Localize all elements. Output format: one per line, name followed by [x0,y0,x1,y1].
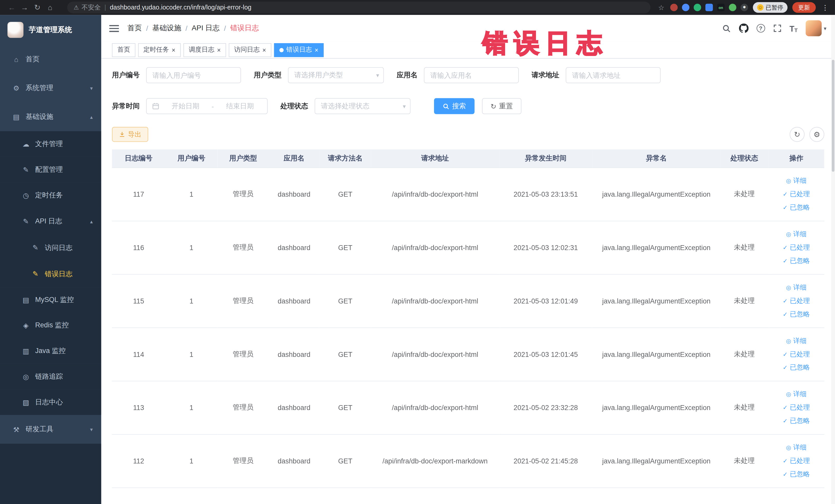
bookmark-star-icon[interactable]: ☆ [658,4,664,12]
hamburger-icon[interactable] [109,25,119,32]
process-status-select[interactable]: 请选择处理状态 ▾ [315,98,411,114]
breadcrumb-item[interactable]: 首页 [127,23,142,33]
action-ignored[interactable]: ✓已忽略 [768,414,824,427]
sidebar-item-home[interactable]: ⌂ 首页 [0,45,101,74]
sidebar-item-log-center[interactable]: ▧ 日志中心 [0,389,101,415]
exception-time-range-picker[interactable]: 开始日期 - 结束日期 [146,98,268,114]
sidebar-item-trace[interactable]: ◎ 链路追踪 [0,364,101,389]
action-processed[interactable]: ✓已处理 [768,241,824,254]
extension-paw-icon[interactable]: ✱ [740,4,748,11]
action-detail[interactable]: ◎详细 [768,441,824,454]
sidebar-item-error-log[interactable]: ✎ 错误日志 [0,261,101,287]
sidebar-item-label: Redis 监控 [35,320,69,330]
browser-back-icon[interactable]: ← [5,3,18,12]
tab-访问日志[interactable]: 访问日志× [229,43,271,57]
action-processed[interactable]: ✓已处理 [768,454,824,467]
column-header: 用户编号 [165,149,218,168]
action-detail[interactable]: ◎详细 [768,281,824,294]
tab-错误日志[interactable]: 错误日志× [274,43,324,57]
close-icon[interactable]: × [315,47,319,53]
sidebar-item-config-management[interactable]: ✎ 配置管理 [0,157,101,183]
sidebar-item-system-management[interactable]: ⚙ 系统管理 ▾ [0,74,101,102]
sidebar-item-api-logs[interactable]: ✎ API 日志 ▴ [0,208,101,235]
font-size-icon[interactable]: TT [790,24,798,33]
refresh-table-button[interactable]: ↻ [790,127,805,142]
browser-home-icon[interactable]: ⌂ [44,3,57,12]
tab-首页[interactable]: 首页 [112,43,135,57]
document-icon: ✎ [21,217,30,225]
reset-button[interactable]: ↻ 重置 [482,98,522,114]
user-avatar[interactable]: ▾ [806,20,827,36]
breadcrumb-separator: / [185,24,187,32]
calendar-icon [152,102,159,110]
paused-badge[interactable]: ☺ 已暂停 [753,2,788,13]
user-type-select[interactable]: 请选择用户类型 ▾ [288,67,384,83]
export-button[interactable]: 导出 [112,127,148,142]
action-detail[interactable]: ◎详细 [768,334,824,347]
request-url-input[interactable] [566,67,661,83]
sidebar-item-dev-tools[interactable]: ⚒ 研发工具 ▾ [0,415,101,444]
sidebar-item-java-monitor[interactable]: ▥ Java 监控 [0,338,101,364]
column-header: 处理状态 [720,149,768,168]
tab-调度日志[interactable]: 调度日志× [184,43,226,57]
browser-menu-icon[interactable]: ⋮ [821,4,830,12]
help-icon[interactable]: ? [756,24,765,32]
sidebar-item-scheduled-tasks[interactable]: ◷ 定时任务 [0,182,101,208]
search-button[interactable]: 搜索 [434,98,475,114]
scrollbar-thumb[interactable] [832,60,834,172]
search-button-label: 搜索 [452,101,466,111]
action-processed[interactable]: ✓已处理 [768,401,824,414]
sidebar-item-file-management[interactable]: ☁ 文件管理 [0,131,101,157]
sidebar-item-label: 访问日志 [45,243,73,253]
sidebar-item-redis-monitor[interactable]: ◈ Redis 监控 [0,313,101,338]
breadcrumb-item[interactable]: 基础设施 [152,23,181,33]
extension-blue-grid-icon[interactable] [705,4,713,11]
github-icon[interactable] [739,23,748,33]
search-icon[interactable] [722,24,731,33]
action-processed[interactable]: ✓已处理 [768,347,824,361]
extension-blue-drop-icon[interactable] [682,4,690,11]
action-detail[interactable]: ◎详细 [768,174,824,187]
extension-green-leaf-icon[interactable] [729,4,736,11]
action-ignored[interactable]: ✓已忽略 [768,201,824,214]
action-detail[interactable]: ◎详细 [768,387,824,401]
browser-forward-icon[interactable]: → [18,3,31,12]
filter-label: 处理状态 [281,101,308,111]
column-settings-button[interactable]: ⚙ [809,127,824,142]
app-logo: 芋道管理系统 [0,15,101,45]
cell-exception-time: 2021-05-03 12:01:49 [499,274,592,328]
url-bar[interactable]: ⚠ 不安全 | dashboard.yudao.iocoder.cn/infra… [67,2,651,13]
action-ignored[interactable]: ✓已忽略 [768,361,824,374]
end-date-placeholder: 结束日期 [218,101,262,111]
sidebar-item-access-log[interactable]: ✎ 访问日志 [0,235,101,261]
sidebar-filler [0,444,101,504]
sidebar-item-mysql-monitor[interactable]: ▤ MySQL 监控 [0,287,101,313]
close-icon[interactable]: × [172,47,176,53]
cell-user-type: 管理员 [218,381,268,434]
sidebar-item-infrastructure[interactable]: ▤ 基础设施 ▴ [0,102,101,131]
browser-reload-icon[interactable]: ↻ [31,3,44,12]
action-ignored[interactable]: ✓已忽略 [768,308,824,321]
action-detail[interactable]: ◎详细 [768,227,824,241]
update-button[interactable]: 更新 [792,2,816,13]
action-processed[interactable]: ✓已处理 [768,294,824,308]
fullscreen-icon[interactable] [773,24,781,32]
page-content: 用户编号 用户类型 请选择用户类型 ▾ 应用名 [101,59,835,504]
action-ignored[interactable]: ✓已忽略 [768,254,824,267]
cell-status: 未处理 [720,381,768,434]
close-icon[interactable]: × [262,47,266,53]
user-id-input[interactable] [146,67,241,83]
extension-green-circle-icon[interactable] [694,4,701,11]
filter-process-status: 处理状态 请选择处理状态 ▾ [281,98,411,114]
close-icon[interactable]: × [217,47,221,53]
extension-red-circle-icon[interactable] [670,4,678,11]
app-name-input[interactable] [424,67,519,83]
breadcrumb-item[interactable]: API 日志 [192,23,220,33]
column-header: 用户类型 [218,149,268,168]
action-ignored[interactable]: ✓已忽略 [768,467,824,481]
page-scrollbar[interactable] [831,15,835,504]
cell-request-url: /api/infra/db-doc/export-markdown [371,434,499,488]
action-processed[interactable]: ✓已处理 [768,187,824,201]
tab-定时任务[interactable]: 定时任务× [138,43,181,57]
extension-on-badge-icon[interactable]: on [717,4,725,11]
